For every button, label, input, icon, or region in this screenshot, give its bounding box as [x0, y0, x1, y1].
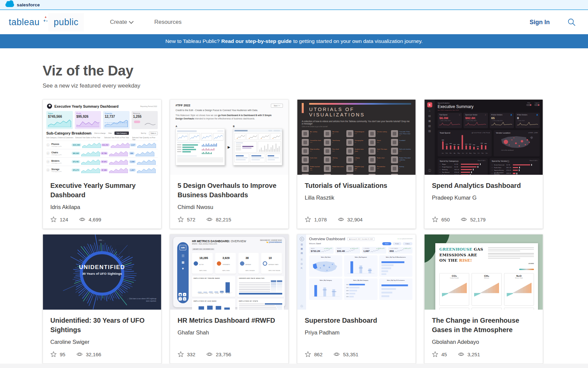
star-icon[interactable]	[178, 216, 184, 222]
star-count: 572	[187, 217, 195, 222]
viz-card-body: Spend Analytics Dashboard Pradeep Kumar …	[425, 175, 543, 228]
viz-title-link[interactable]: HR Metrics Dashboard #RWFD	[178, 316, 281, 325]
viz-author-link[interactable]: Caroline Swiger	[50, 339, 154, 345]
star-icon[interactable]	[50, 216, 57, 222]
thumb-title: Overview Dashboard	[309, 237, 345, 241]
nav-item-resources[interactable]: Resources	[154, 19, 182, 25]
viz-card-ufo-sightings[interactable]: 1991 → UNIDENTIFIED 30 Years of UFO Sigh…	[43, 234, 161, 364]
star-count: 45	[441, 352, 447, 357]
page-bottom-strip	[0, 364, 588, 368]
svg-text:10-14: 10-14	[220, 293, 223, 294]
viz-thumbnail[interactable]: UTORIALS OF VISUALIZATIONS A collection …	[297, 100, 415, 175]
star-icon[interactable]	[178, 351, 184, 357]
gas-chart	[473, 279, 500, 303]
chevron-down-icon	[129, 19, 134, 24]
viz-thumbnail[interactable]: #TFF 2022 Start >> Credit to the Edit - …	[170, 100, 288, 175]
viz-author-link[interactable]: Gbolahan Adebayo	[432, 339, 535, 345]
thumb-pill: Sub-Category	[114, 132, 129, 135]
spend-row: 4Raw Material$756.4K	[440, 171, 486, 173]
thumb-control: Click to change	[94, 132, 105, 134]
tutorial-tile: Diverging bar••	[346, 139, 366, 146]
star-icon[interactable]	[432, 216, 438, 222]
viz-card-5-design-overhauls[interactable]: #TFF 2022 Start >> Credit to the Edit - …	[170, 99, 289, 229]
viz-author-link[interactable]: Lilla Rasztik	[305, 195, 408, 201]
tutorial-tile: Coxcomb / Polar area / Rose chart••	[391, 130, 411, 137]
profit-button: Profit	[393, 242, 401, 245]
views-icon	[79, 216, 86, 222]
viz-title-link[interactable]: 5 Design Overhauls to Improve Business D…	[178, 181, 281, 200]
thumb-sidebar: S ▥▦▤ ⎘⊡⇱ ⓘ	[297, 234, 306, 310]
viz-card-spend-analytics[interactable]: S ⌂▤▦▧▨ ⓘ Spend Analytics Executive Summ…	[424, 99, 543, 229]
thumb-kpi: # New Vendors👤0- vs Nov 2019	[516, 113, 540, 128]
tutorial-tile-icon	[346, 139, 353, 146]
viz-title-link[interactable]: Tutorials of Visualizations	[305, 181, 408, 190]
viz-card-greenhouse-gases[interactable]: GREENHOUSE GAS EMISSIONS ARE ON THE RISE…	[424, 234, 543, 364]
thumb-kpi: Total Spend◎$6.0M↓ -4.6% vs Nov 2019	[438, 113, 462, 128]
thumb-sidebar: HR ☷▦▼ ▣▲tin	[177, 242, 189, 303]
kpi-value: 1,255	[133, 115, 156, 118]
star-icon[interactable]	[305, 216, 311, 222]
viz-author-link[interactable]: Idris Akilapa	[50, 204, 154, 210]
search-icon[interactable]	[567, 18, 576, 27]
tableau-public-logo[interactable]: tableau +++ public	[5, 13, 84, 32]
viz-card-tutorials-of-visualizations[interactable]: UTORIALS OF VISUALIZATIONS A collection …	[297, 99, 416, 229]
viz-stats: 332 23,756	[178, 351, 281, 357]
thumb-dashboard-title: Executive Yearly Summary Dashboard	[54, 104, 118, 108]
viz-card-grid: Executive Yearly Summary Dashboard Repor…	[43, 99, 543, 364]
tutorial-tile-icon	[324, 130, 331, 137]
viz-thumbnail[interactable]: HR ☷▦▼ ▣▲tin HR METRICS DASHBOARD: OVERV…	[170, 234, 288, 310]
viz-thumbnail[interactable]: 1991 → UNIDENTIFIED 30 Years of UFO Sigh…	[43, 234, 161, 310]
viz-title-link[interactable]: Spend Analytics Dashboard	[432, 181, 535, 190]
nav-item-create[interactable]: Create	[110, 19, 133, 25]
star-icon[interactable]	[432, 351, 438, 357]
viz-title-link[interactable]: Superstore Dashboard	[305, 316, 408, 325]
tutorial-tile: Half circle timeline•••	[391, 148, 411, 155]
spend-row: 4Zero Assumption Recovery$318.2K	[492, 172, 538, 175]
viz-thumbnail[interactable]: Executive Yearly Summary Dashboard Repor…	[43, 100, 161, 175]
viz-card-superstore[interactable]: S ▥▦▤ ⎘⊡⇱ ⓘ Overview Dashboard ▦ January…	[297, 234, 416, 364]
spend-row: 3Marketing$823.2K	[440, 169, 486, 170]
designed-by: DESIGNED BY: GHAFAR SHAH	[260, 240, 282, 241]
dashboard-a-label: A	[176, 125, 225, 127]
salesforce-wordmark[interactable]: salesforce	[17, 2, 40, 7]
star-icon[interactable]	[305, 351, 311, 357]
gas-bottom-panel: HCFCs	[472, 308, 501, 310]
viz-author-link[interactable]: Ghafar Shah	[178, 329, 281, 336]
thumb-paper: GREENHOUSE GAS EMISSIONS ARE ON THE RISE…	[435, 243, 538, 310]
tableau-logo-word: tableau	[5, 14, 43, 30]
tutorial-tile-icon	[391, 156, 398, 163]
view-count: 53,351	[343, 352, 358, 357]
hr-logo: HR	[180, 245, 186, 250]
sign-in-button[interactable]: Sign In	[530, 19, 550, 26]
subcategory-row: 2ChairsYTD Sales vs PY$95,693$7,786699	[46, 149, 158, 157]
viz-author-link[interactable]: Chimdi Nwosu	[178, 204, 281, 210]
viz-stats: 1,078 32,904	[305, 216, 408, 222]
thumb-subtitle: Nov 2020 compared to Nov 2019	[438, 109, 474, 111]
banner-guide-link[interactable]: Read our step-by-step guide	[221, 38, 291, 44]
viz-title-link[interactable]: The Change in Greenhouse Gases in the At…	[432, 316, 535, 334]
thumb-paragraphs: LEGEND	[488, 247, 534, 271]
salesforce-cloud-icon[interactable]	[5, 3, 14, 7]
nav-create-label: Create	[110, 19, 127, 25]
viz-card-body: Superstore Dashboard Priya Padham 862 53…	[297, 310, 415, 363]
viz-card-hr-metrics[interactable]: HR ☷▦▼ ▣▲tin HR METRICS DASHBOARD: OVERV…	[170, 234, 289, 364]
tutorial-tile-icon	[302, 156, 309, 163]
avatar	[47, 104, 52, 109]
star-icon[interactable]	[50, 351, 57, 357]
tutorial-tile: Gradient area chart•	[346, 148, 366, 155]
viz-thumbnail[interactable]: S ⌂▤▦▧▨ ⓘ Spend Analytics Executive Summ…	[425, 100, 543, 175]
spend-row: 2Pacific Voice$817.4K	[492, 167, 538, 168]
tutorial-tile: Arc sankey•	[302, 130, 322, 137]
tutorial-tile: Radar chart•	[369, 156, 389, 163]
viz-author-link[interactable]: Priya Padham	[305, 329, 408, 336]
tutorial-tile: Jittering••	[324, 156, 344, 163]
tutorial-tile: Edge bundling••	[302, 148, 322, 155]
banner-text-pre: New to Tableau Public?	[165, 38, 220, 44]
viz-title-link[interactable]: Unidentified: 30 Years of UFO Sightings	[50, 316, 154, 334]
viz-thumbnail[interactable]: S ▥▦▤ ⎘⊡⇱ ⓘ Overview Dashboard ▦ January…	[297, 234, 415, 310]
viz-card-executive-yearly-summary[interactable]: Executive Yearly Summary Dashboard Repor…	[43, 99, 161, 229]
viz-author-link[interactable]: Pradeep Kumar G	[432, 195, 535, 201]
viz-title-link[interactable]: Executive Yearly Summary Dashboard	[50, 181, 154, 200]
thumb-kpi-row: Sales $745,566 Profit $95,926 Quantity 1…	[46, 111, 158, 129]
viz-thumbnail[interactable]: GREENHOUSE GAS EMISSIONS ARE ON THE RISE…	[425, 234, 543, 310]
